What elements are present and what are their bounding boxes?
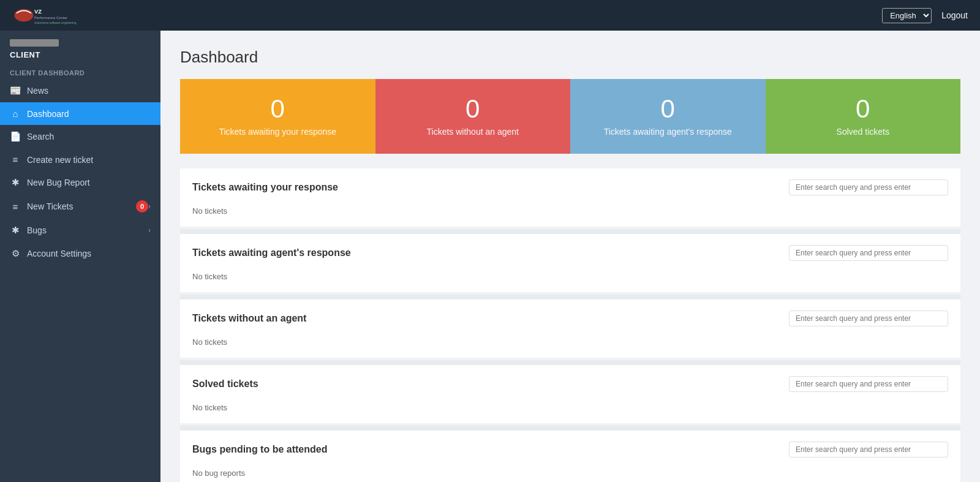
new-tickets-badge: 0 [136,200,148,213]
bugs-label: Bugs [27,225,148,235]
client-dashboard-label: CLIENT DASHBOARD [0,63,160,79]
stat-label-without-agent: Tickets without an agent [388,127,559,137]
no-tickets-without-agent: No tickets [180,334,960,358]
section-divider-0 [180,229,960,234]
ticket-section-inner-bugs-pending: Bugs pending to be attended No bug repor… [180,431,960,482]
sidebar-item-news[interactable]: 📰 News [0,79,160,102]
navbar-right: English Logout [882,8,968,23]
sidebar-item-create-ticket[interactable]: ≡ Create new ticket [0,148,160,171]
section-title-bugs-pending: Bugs pending to be attended [192,444,327,455]
ticket-section-awaiting-agents-response: Tickets awaiting agent's response No tic… [180,234,960,299]
sidebar-item-search[interactable]: 📄 Search [0,125,160,148]
account-settings-icon: ⚙ [10,248,21,259]
new-tickets-icon: ≡ [10,201,21,212]
sidebar-item-dashboard[interactable]: ⌂ Dashboard [0,102,160,125]
stat-number-awaiting-agent-response: 0 [582,96,753,122]
stat-number-without-agent: 0 [388,96,559,122]
section-search-awaiting-your-response[interactable] [789,179,948,195]
stat-number-solved: 0 [778,96,949,122]
ticket-section-without-agent: Tickets without an agent No tickets [180,299,960,365]
language-select[interactable]: English [882,8,932,23]
page-title: Dashboard [180,48,960,67]
logo: VZ Performance Center Automotive softwar… [12,4,86,26]
sidebar-item-new-tickets[interactable]: ≡ New Tickets 0 › [0,194,160,219]
no-tickets-bugs-pending: No bug reports [180,465,960,482]
dashboard-label: Dashboard [27,109,151,119]
layout: CLIENT CLIENT DASHBOARD 📰 News ⌂ Dashboa… [0,31,980,482]
search-label: Search [27,132,151,141]
ticket-section-solved-tickets: Solved tickets No tickets [180,365,960,431]
nav-items-container: 📰 News ⌂ Dashboard 📄 Search ≡ Create new… [0,79,160,265]
ticket-section-bugs-pending: Bugs pending to be attended No bug repor… [180,431,960,482]
section-header-awaiting-your-response: Tickets awaiting your response [180,168,960,203]
bugs-chevron: › [148,226,151,235]
new-tickets-label: New Tickets [27,201,136,211]
stat-label-solved: Solved tickets [778,127,949,137]
section-header-awaiting-agents-response: Tickets awaiting agent's response [180,234,960,268]
section-divider-1 [180,295,960,299]
stat-card-awaiting-agent-response: 0 Tickets awaiting agent's response [570,79,766,154]
create-ticket-label: Create new ticket [27,155,151,165]
new-bug-report-icon: ✱ [10,177,21,188]
section-divider-3 [180,426,960,431]
stat-card-without-agent: 0 Tickets without an agent [375,79,571,154]
ticket-section-inner-awaiting-agents-response: Tickets awaiting agent's response No tic… [180,234,960,292]
section-header-solved-tickets: Solved tickets [180,365,960,399]
main-content: Dashboard 0 Tickets awaiting your respon… [160,31,980,482]
section-search-without-agent[interactable] [789,311,948,326]
sidebar-item-bugs[interactable]: ✱ Bugs › [0,219,160,242]
new-tickets-chevron: › [148,202,151,211]
svg-text:VZ: VZ [34,8,42,15]
search-icon: 📄 [10,131,21,142]
section-search-bugs-pending[interactable] [789,442,948,458]
bugs-icon: ✱ [10,225,21,236]
ticket-section-inner-awaiting-your-response: Tickets awaiting your response No ticket… [180,168,960,227]
stat-number-awaiting-response: 0 [192,96,363,122]
user-avatar-bar [10,39,59,47]
section-divider-2 [180,360,960,365]
new-bug-report-label: New Bug Report [27,178,151,187]
news-icon: 📰 [10,85,21,96]
section-title-awaiting-agents-response: Tickets awaiting agent's response [192,247,351,258]
no-tickets-awaiting-your-response: No tickets [180,203,960,227]
svg-text:Performance Center: Performance Center [34,16,67,20]
stats-row: 0 Tickets awaiting your response 0 Ticke… [180,79,960,154]
svg-text:Automotive software engineerin: Automotive software engineering [34,21,77,24]
ticket-section-inner-solved-tickets: Solved tickets No tickets [180,365,960,423]
user-label: CLIENT [10,50,151,59]
section-search-solved-tickets[interactable] [789,376,948,392]
sidebar-item-account-settings[interactable]: ⚙ Account Settings [0,242,160,265]
stat-label-awaiting-response: Tickets awaiting your response [192,127,363,137]
sidebar-item-new-bug-report[interactable]: ✱ New Bug Report [0,171,160,194]
sections-container: Tickets awaiting your response No ticket… [180,168,960,482]
navbar: VZ Performance Center Automotive softwar… [0,0,980,31]
sidebar: CLIENT CLIENT DASHBOARD 📰 News ⌂ Dashboa… [0,31,160,482]
stat-label-awaiting-agent-response: Tickets awaiting agent's response [582,127,753,137]
no-tickets-awaiting-agents-response: No tickets [180,268,960,292]
dashboard-icon: ⌂ [10,108,21,119]
section-header-without-agent: Tickets without an agent [180,299,960,334]
section-header-bugs-pending: Bugs pending to be attended [180,431,960,465]
section-search-awaiting-agents-response[interactable] [789,245,948,261]
create-ticket-icon: ≡ [10,154,21,165]
news-label: News [27,86,151,96]
sidebar-user: CLIENT [0,31,160,63]
section-title-without-agent: Tickets without an agent [192,313,306,324]
no-tickets-solved-tickets: No tickets [180,399,960,423]
stat-card-awaiting-response: 0 Tickets awaiting your response [180,79,375,154]
account-settings-label: Account Settings [27,249,151,258]
ticket-section-inner-without-agent: Tickets without an agent No tickets [180,299,960,358]
section-title-awaiting-your-response: Tickets awaiting your response [192,182,338,193]
stat-card-solved: 0 Solved tickets [766,79,961,154]
section-title-solved-tickets: Solved tickets [192,378,258,390]
ticket-section-awaiting-your-response: Tickets awaiting your response No ticket… [180,168,960,234]
logout-button[interactable]: Logout [941,10,968,20]
